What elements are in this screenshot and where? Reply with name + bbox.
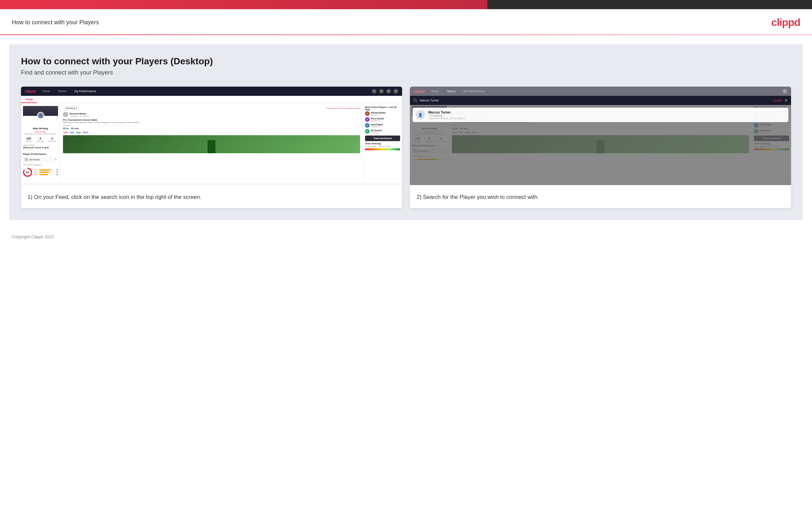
player-act-hp-1: Activities: 3 bbox=[371, 126, 383, 128]
svg-point-3 bbox=[388, 91, 389, 92]
player-avatar-hp-1: H bbox=[365, 123, 370, 128]
player-name-hp-1: Hiral Pujara bbox=[371, 123, 383, 126]
svg-point-4 bbox=[388, 90, 390, 92]
search-result-info: Marcus Turner 1.5 Handicap Cypress Point… bbox=[428, 111, 466, 120]
nav-myperformance-2: My Performance bbox=[462, 90, 486, 93]
logo: clippd bbox=[771, 16, 800, 29]
player-item-3: H Hiral Pujara Activities: 3 bbox=[365, 123, 400, 128]
followers-label-1: Followers bbox=[36, 140, 44, 142]
player-performance-row-1[interactable]: Eli Vincent ▼ bbox=[23, 157, 58, 162]
post-author-1: Richard Butler bbox=[69, 112, 89, 115]
search-icon[interactable] bbox=[372, 89, 377, 93]
tpq-ott-val-1: 79 bbox=[54, 169, 58, 171]
nav-home-1[interactable]: Home bbox=[41, 90, 51, 93]
svg-line-9 bbox=[416, 101, 417, 102]
most-active-title-1: Most Active Players - Last 30 days bbox=[365, 106, 400, 111]
team-dashboard-btn-1[interactable]: Team Dashboard bbox=[365, 135, 400, 141]
search-icon-2 bbox=[782, 89, 787, 93]
tpq-app-label-1: APP bbox=[34, 171, 39, 173]
nav-home-2: Home bbox=[430, 90, 440, 93]
nav-teams-2: Teams bbox=[445, 90, 457, 93]
tpq-arg-val-1: 61 bbox=[54, 174, 58, 176]
search-clear-button[interactable]: CLEAR bbox=[773, 99, 782, 102]
avatar-1: 👤 bbox=[37, 112, 44, 119]
panel-1-desc: 1) On your Feed, click on the search ico… bbox=[21, 185, 402, 208]
nav-icons-2 bbox=[782, 89, 787, 93]
panel-1: clippd Home Teams My Performance bbox=[21, 87, 402, 208]
main-heading: How to connect with your Players (Deskto… bbox=[21, 56, 791, 67]
settings-icon[interactable] bbox=[386, 89, 391, 93]
duration-label-1: Duration bbox=[63, 124, 360, 126]
chevron-icon-1: ▼ bbox=[55, 159, 57, 161]
user-icon[interactable] bbox=[379, 89, 384, 93]
following-button-1[interactable]: Following ▾ bbox=[63, 106, 79, 111]
heatmap-title-1: Team Heatmap bbox=[365, 142, 400, 145]
control-link-1[interactable]: Control who can see your activity and da… bbox=[326, 107, 360, 109]
profile-club-1: Mill Ride Golf Club, United Kingdom bbox=[23, 133, 58, 135]
search-result-handicap: 1.5 Handicap bbox=[428, 114, 466, 117]
page-title: How to connect with your Players bbox=[12, 19, 99, 26]
nav-myperformance-1[interactable]: My Performance bbox=[73, 90, 97, 93]
search-bar-overlay: Marcus Turner CLEAR ✕ bbox=[410, 96, 791, 105]
player-performance-title-1: Player Performance bbox=[23, 153, 58, 156]
header: How to connect with your Players clippd bbox=[0, 9, 812, 35]
feed-tab-1[interactable]: Feed bbox=[21, 96, 37, 103]
player-name-rb-1: Richard Butler bbox=[371, 112, 386, 114]
main-subheading: Find and connect with your Players bbox=[21, 69, 791, 76]
player-act-rb-1: Activities: 7 bbox=[371, 114, 386, 116]
most-active-panel-1: Most Active Players - Last 30 days R Ric… bbox=[363, 103, 402, 183]
profile-banner-1: 👤 bbox=[23, 106, 58, 116]
post-title-1: Pre Tournament Course Walk bbox=[63, 119, 360, 121]
pp-name-1: Eli Vincent bbox=[30, 159, 53, 161]
tpq-ott-label-1: OTT bbox=[34, 169, 39, 171]
search-icon-overlay bbox=[413, 98, 417, 102]
panels: clippd Home Teams My Performance bbox=[21, 87, 791, 208]
donut-score-1: 84 bbox=[24, 169, 31, 176]
header-divider bbox=[0, 35, 812, 35]
nav-teams-1[interactable]: Teams bbox=[56, 90, 68, 93]
search-close-button[interactable]: ✕ bbox=[784, 98, 788, 103]
search-overlay: Marcus Turner CLEAR ✕ 👤 Marcus Turner 1.… bbox=[410, 96, 791, 185]
player-avatar-rb-1: R bbox=[365, 111, 370, 116]
app-nav-2: clippd Home Teams My Performance bbox=[410, 87, 791, 96]
latest-activity-label-1: Latest Activity bbox=[23, 144, 58, 146]
player-item-4: E Eli Vincent Activities: 1 bbox=[365, 129, 400, 134]
post-desc-1: Walking the course with my coach to buil… bbox=[63, 121, 360, 123]
svg-point-2 bbox=[381, 91, 382, 92]
profile-role-1: Golf Coach bbox=[23, 131, 58, 133]
svg-point-6 bbox=[784, 90, 785, 92]
badge-arg-1: ARG bbox=[76, 131, 81, 134]
heatmap-subtitle-1: Player Quality · 20 Round Trend bbox=[365, 145, 400, 147]
panel-2-desc-text: 2) Search for the Player you wish to con… bbox=[417, 194, 539, 200]
footer: Copyright Clippd 2022 bbox=[0, 229, 812, 245]
player-name-ev-1: Eli Vincent bbox=[371, 129, 382, 132]
player-item-1: R Richard Butler Activities: 7 bbox=[365, 111, 400, 116]
screenshot-inner-1: 👤 Blair McHarg Golf Coach Mill Ride Golf… bbox=[21, 103, 402, 183]
activities-num-1: 129 bbox=[25, 137, 32, 140]
badge-app-1: APP bbox=[69, 131, 75, 134]
svg-point-0 bbox=[373, 90, 375, 92]
app-nav-1: clippd Home Teams My Performance bbox=[21, 87, 402, 96]
latest-activity-val-1: Afternoon round of golf bbox=[23, 146, 58, 149]
player-item-2: P Piers Parnell Activities: 4 bbox=[365, 117, 400, 122]
player-name-pp-1: Piers Parnell bbox=[371, 118, 384, 120]
profile-stats-1: 129 Activities 3 Followers 4 Following bbox=[23, 137, 58, 142]
tpq-arg-label-1: ARG bbox=[34, 174, 39, 176]
activities-stat-1: 129 Activities bbox=[25, 137, 32, 142]
player-act-ev-1: Activities: 1 bbox=[371, 132, 382, 134]
app-logo-2: clippd bbox=[414, 89, 424, 93]
search-input-display[interactable]: Marcus Turner bbox=[420, 99, 770, 102]
profile-panel-1: 👤 Blair McHarg Golf Coach Mill Ride Golf… bbox=[21, 103, 60, 183]
badge-ott-1: OTT bbox=[63, 131, 68, 134]
search-result-card[interactable]: 👤 Marcus Turner 1.5 Handicap Cypress Poi… bbox=[413, 108, 789, 122]
profile-icon[interactable] bbox=[393, 89, 398, 93]
profile-name-1: Blair McHarg bbox=[23, 127, 58, 130]
feed-header-1: Following ▾ Control who can see your act… bbox=[63, 106, 360, 111]
svg-point-8 bbox=[414, 99, 416, 101]
donut-1: 84 bbox=[23, 168, 32, 177]
screenshot-1: clippd Home Teams My Performance bbox=[21, 87, 402, 185]
followers-stat-1: 3 Followers bbox=[36, 137, 44, 142]
pp-avatar-1 bbox=[24, 158, 28, 162]
post-avatar-1 bbox=[63, 112, 68, 117]
nav-icons-1 bbox=[372, 89, 398, 93]
